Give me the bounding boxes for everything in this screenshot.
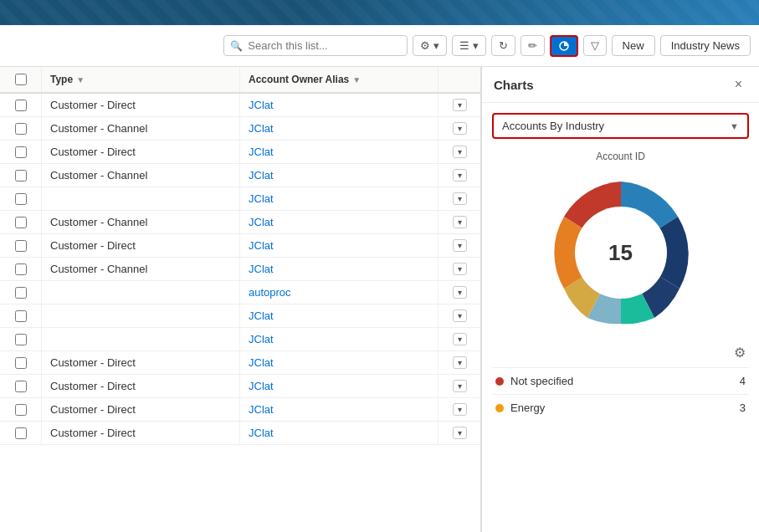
row-dropdown-button[interactable]: ▾ — [453, 286, 467, 299]
row-checkbox[interactable] — [15, 287, 27, 299]
new-button[interactable]: New — [612, 35, 655, 56]
top-bar — [0, 0, 759, 25]
donut-chart: 15 — [537, 169, 705, 336]
row-type: Customer - Direct — [42, 94, 240, 116]
charts-scroll[interactable]: Accounts By Industry ▼ Account ID — [482, 103, 759, 532]
row-type: Customer - Direct — [42, 234, 240, 257]
owner-link[interactable]: JClat — [249, 239, 274, 252]
row-checkbox[interactable] — [15, 334, 27, 345]
table-row: Customer - Direct JClat ▾ — [0, 351, 480, 375]
industry-news-button[interactable]: Industry News — [660, 35, 751, 56]
view-toggle-button[interactable]: ☰ ▾ — [452, 35, 486, 56]
chart-button[interactable] — [550, 35, 578, 57]
legend-color-dot — [495, 404, 504, 412]
row-checkbox[interactable] — [15, 240, 27, 252]
row-checkbox[interactable] — [15, 427, 27, 439]
owner-link[interactable]: JClat — [249, 356, 274, 369]
row-checkbox-cell — [0, 258, 42, 280]
owner-link[interactable]: JClat — [249, 380, 274, 392]
row-checkbox[interactable] — [15, 310, 27, 322]
row-checkbox[interactable] — [15, 123, 27, 135]
row-owner: JClat — [240, 375, 438, 397]
charts-panel: Charts × Accounts By Industry ▼ Account … — [481, 67, 759, 532]
owner-link[interactable]: JClat — [249, 333, 274, 345]
th-type[interactable]: Type ▼ — [42, 67, 240, 92]
type-sort-icon: ▼ — [76, 75, 85, 84]
row-action-cell: ▾ — [438, 164, 480, 187]
chevron-down-icon: ▼ — [730, 121, 739, 131]
row-dropdown-button[interactable]: ▾ — [453, 380, 467, 392]
row-owner: JClat — [240, 258, 438, 280]
close-charts-button[interactable]: × — [730, 75, 747, 94]
row-checkbox[interactable] — [15, 357, 27, 369]
row-dropdown-button[interactable]: ▾ — [453, 216, 467, 228]
row-owner: JClat — [240, 141, 438, 163]
legend-row: Energy 3 — [492, 394, 749, 421]
row-action-cell: ▾ — [438, 187, 480, 210]
row-action-cell: ▾ — [438, 234, 480, 257]
owner-link[interactable]: JClat — [249, 146, 274, 158]
row-dropdown-button[interactable]: ▾ — [453, 333, 467, 345]
row-owner: JClat — [240, 351, 438, 374]
owner-link[interactable]: JClat — [249, 216, 274, 228]
owner-link[interactable]: JClat — [249, 169, 274, 182]
row-owner: JClat — [240, 117, 438, 140]
row-checkbox[interactable] — [15, 263, 27, 275]
row-dropdown-button[interactable]: ▾ — [453, 169, 467, 182]
row-dropdown-button[interactable]: ▾ — [453, 192, 467, 205]
settings-button[interactable]: ⚙ ▾ — [413, 35, 447, 56]
row-dropdown-button[interactable]: ▾ — [453, 99, 467, 111]
legend-name: Not specified — [510, 375, 573, 387]
row-dropdown-button[interactable]: ▾ — [453, 146, 467, 158]
chart-icon — [558, 40, 570, 52]
row-checkbox[interactable] — [15, 146, 27, 158]
row-dropdown-button[interactable]: ▾ — [453, 263, 467, 275]
row-dropdown-button[interactable]: ▾ — [453, 403, 467, 416]
refresh-button[interactable]: ↻ — [491, 35, 515, 56]
row-checkbox[interactable] — [15, 193, 27, 205]
table-row: JClat ▾ — [0, 328, 480, 351]
row-checkbox[interactable] — [15, 170, 27, 182]
row-checkbox-cell — [0, 187, 42, 210]
row-type: Customer - Direct — [42, 422, 240, 444]
table-row: Customer - Channel JClat ▾ — [0, 164, 480, 187]
row-dropdown-button[interactable]: ▾ — [453, 309, 467, 322]
row-checkbox[interactable] — [15, 217, 27, 228]
row-action-cell: ▾ — [438, 94, 480, 116]
search-input[interactable] — [223, 35, 408, 56]
row-checkbox[interactable] — [15, 381, 27, 392]
legend-color-dot — [495, 377, 504, 386]
filter-button[interactable]: ▽ — [583, 35, 607, 56]
row-owner: JClat — [240, 328, 438, 350]
row-type: Customer - Direct — [42, 375, 240, 397]
header-checkbox[interactable] — [15, 74, 27, 85]
table-body: Customer - Direct JClat ▾ Customer - Cha… — [0, 94, 480, 445]
owner-link[interactable]: JClat — [249, 192, 274, 205]
row-action-cell: ▾ — [438, 117, 480, 140]
edit-button[interactable]: ✏ — [521, 35, 545, 56]
row-dropdown-button[interactable]: ▾ — [453, 356, 467, 369]
row-type — [42, 281, 240, 304]
row-checkbox-cell — [0, 117, 42, 140]
owner-link[interactable]: JClat — [249, 403, 274, 416]
owner-link[interactable]: JClat — [249, 99, 274, 111]
owner-link[interactable]: JClat — [249, 427, 274, 439]
row-dropdown-button[interactable]: ▾ — [453, 122, 467, 135]
row-type: Customer - Direct — [42, 141, 240, 163]
owner-link[interactable]: JClat — [249, 263, 274, 275]
owner-link[interactable]: JClat — [249, 122, 274, 135]
row-dropdown-button[interactable]: ▾ — [453, 427, 467, 439]
row-checkbox[interactable] — [15, 100, 27, 111]
row-owner: JClat — [240, 187, 438, 210]
table-row: JClat ▾ — [0, 304, 480, 328]
row-checkbox[interactable] — [15, 404, 27, 416]
owner-link[interactable]: JClat — [249, 309, 274, 322]
table-row: Customer - Channel JClat ▾ — [0, 211, 480, 234]
row-action-cell: ▾ — [438, 422, 480, 444]
chart-selector[interactable]: Accounts By Industry ▼ — [492, 113, 749, 139]
owner-link[interactable]: autoproc — [249, 286, 291, 299]
chart-settings-icon[interactable]: ⚙ — [734, 345, 746, 361]
th-owner[interactable]: Account Owner Alias ▼ — [240, 67, 438, 92]
row-owner: JClat — [240, 164, 438, 187]
row-dropdown-button[interactable]: ▾ — [453, 239, 467, 252]
